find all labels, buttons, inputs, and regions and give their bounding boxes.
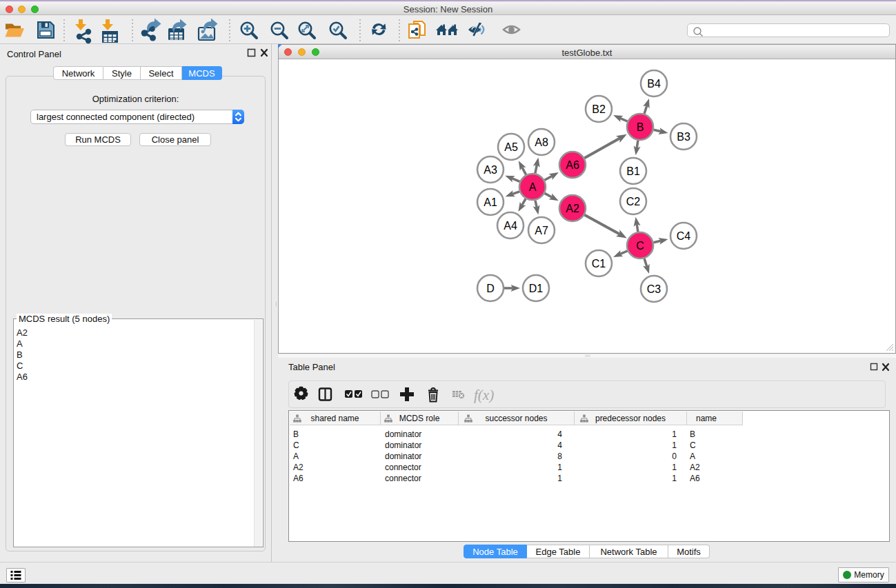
svg-text:B: B — [637, 121, 644, 133]
svg-text:A7: A7 — [535, 225, 548, 236]
svg-text:D: D — [486, 283, 495, 294]
svg-text:f(x): f(x) — [474, 387, 494, 403]
svg-text:A3: A3 — [484, 164, 497, 176]
svg-text:A8: A8 — [535, 136, 548, 148]
svg-text:A1: A1 — [484, 196, 497, 208]
svg-text:C3: C3 — [647, 283, 661, 295]
svg-text:B3: B3 — [677, 131, 690, 143]
svg-text:D1: D1 — [529, 283, 544, 294]
svg-text:C1: C1 — [592, 258, 606, 270]
svg-text:A5: A5 — [504, 141, 518, 153]
svg-text:A6: A6 — [566, 159, 579, 171]
svg-text:C: C — [636, 240, 644, 252]
svg-text:B1: B1 — [626, 165, 640, 177]
svg-text:B2: B2 — [592, 103, 606, 115]
svg-text:A2: A2 — [566, 203, 579, 214]
svg-text:A4: A4 — [504, 220, 517, 232]
svg-text:A: A — [529, 181, 537, 193]
svg-text:C4: C4 — [677, 230, 691, 242]
svg-text:C2: C2 — [626, 196, 641, 207]
svg-text:B4: B4 — [647, 78, 661, 90]
